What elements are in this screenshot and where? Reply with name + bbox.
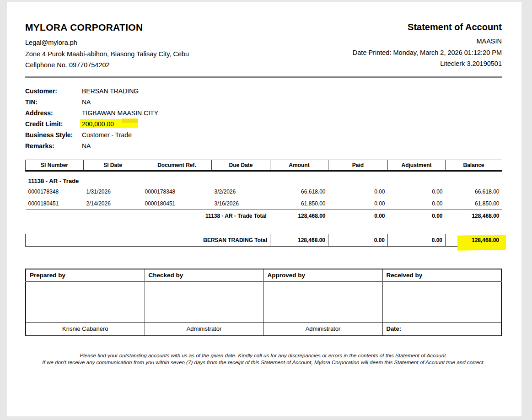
col-header-si-date: SI Date xyxy=(84,160,142,171)
account-group-row: 11138 - AR - Trade xyxy=(26,171,502,186)
document-title: Statement of Account xyxy=(353,22,502,32)
company-email: Legal@mylora.ph xyxy=(25,37,189,48)
software-version: Liteclerk 3.20190501 xyxy=(353,58,502,70)
table-row: 0000180451 2/14/2026 0000180451 3/16/202… xyxy=(26,198,502,210)
group-total-label: 11138 - AR - Trade Total xyxy=(26,210,270,221)
remarks-row: Remarks: NA xyxy=(25,140,502,151)
footer-note: Please find your outstanding accounts wi… xyxy=(25,352,502,366)
date-printed: Date Printed: Monday, March 2, 2026 01:1… xyxy=(353,47,502,59)
statement-page: MYLORA CORPORATION Legal@mylora.ph Zone … xyxy=(7,2,521,416)
company-block: MYLORA CORPORATION Legal@mylora.ph Zone … xyxy=(25,22,189,71)
group-total-paid: 0.00 xyxy=(328,210,388,221)
col-header-paid: Paid xyxy=(328,160,388,171)
cell-balance: 61,850.00 xyxy=(446,198,502,210)
footer-line-1: Please find your outstanding accounts wi… xyxy=(25,352,502,359)
grand-total-row: BERSAN TRADING Total 128,468.00 0.00 0.0… xyxy=(26,234,502,246)
document-header: MYLORA CORPORATION Legal@mylora.ph Zone … xyxy=(25,22,502,71)
statement-table: SI Number SI Date Document Ref. Due Date… xyxy=(25,160,502,221)
customer-label: Customer: xyxy=(25,86,82,97)
statement-table-header-row: SI Number SI Date Document Ref. Due Date… xyxy=(26,160,502,171)
credit-limit-value-wrap: 200,000.00 xyxy=(82,118,114,129)
cell-due-date: 3/2/2026 xyxy=(212,186,270,198)
grand-total-adjustment: 0.00 xyxy=(388,234,446,246)
col-header-si-number: SI Number xyxy=(26,160,84,171)
signature-names-row: Krisnie Cabanero Administrator Administr… xyxy=(26,323,501,336)
checked-by-header: Checked by xyxy=(145,269,263,281)
cell-si-date: 2/14/2026 xyxy=(84,198,142,210)
grand-total-table: BERSAN TRADING Total 128,468.00 0.00 0.0… xyxy=(25,234,502,247)
customer-row: Customer: BERSAN TRADING xyxy=(25,86,502,97)
business-style-label: Business Style: xyxy=(25,129,82,140)
table-row: 0000178348 1/31/2026 0000178348 3/2/2026… xyxy=(26,186,502,198)
checked-by-name: Administrator xyxy=(145,323,263,336)
approved-by-signature-space xyxy=(263,281,382,323)
grand-total-amount: 128,468.00 xyxy=(270,234,328,246)
cell-doc-ref: 0000178348 xyxy=(142,186,212,198)
grand-total-label: BERSAN TRADING Total xyxy=(26,234,270,246)
address-value: TIGBAWAN MAASIN CITY xyxy=(82,108,158,118)
col-header-amount: Amount xyxy=(270,160,328,171)
approved-by-header: Approved by xyxy=(263,269,382,281)
tin-value: NA xyxy=(82,97,91,108)
cell-paid: 0.00 xyxy=(328,198,388,210)
customer-info: Customer: BERSAN TRADING TIN: NA Address… xyxy=(25,86,502,151)
business-style-row: Business Style: Customer - Trade xyxy=(25,129,502,140)
signature-table: Prepared by Checked by Approved by Recei… xyxy=(25,269,502,336)
tin-row: TIN: NA xyxy=(25,97,502,108)
date-label: Date: xyxy=(382,323,501,336)
cell-si-number: 0000180451 xyxy=(26,198,84,210)
prepared-by-header: Prepared by xyxy=(26,269,145,281)
credit-limit-label: Credit Limit: xyxy=(25,118,82,129)
cell-paid: 0.00 xyxy=(328,186,388,198)
branch-name: MAASIN xyxy=(353,36,502,47)
col-header-due-date: Due Date xyxy=(212,160,270,171)
tin-label: TIN: xyxy=(25,97,82,108)
signature-header-row: Prepared by Checked by Approved by Recei… xyxy=(26,269,501,281)
company-name: MYLORA CORPORATION xyxy=(25,22,189,33)
cell-si-date: 1/31/2026 xyxy=(84,186,142,198)
group-total-amount: 128,468.00 xyxy=(270,210,328,221)
cell-doc-ref: 0000180451 xyxy=(142,198,212,210)
remarks-value: NA xyxy=(82,140,91,151)
signature-space-row xyxy=(26,281,501,323)
group-total-balance: 128,468.00 xyxy=(446,210,502,221)
grand-total-balance-cell: 128,468.00 xyxy=(446,234,502,246)
prepared-by-signature-space xyxy=(26,281,145,323)
credit-limit-value: 200,000.00 xyxy=(82,120,114,128)
col-header-adjustment: Adjustment xyxy=(388,160,446,171)
cell-amount: 66,618.00 xyxy=(270,186,328,198)
grand-total-balance: 128,468.00 xyxy=(472,237,499,243)
received-by-signature-space xyxy=(382,281,501,323)
prepared-by-name: Krisnie Cabanero xyxy=(26,323,145,336)
cell-si-number: 0000178348 xyxy=(26,186,84,198)
cell-due-date: 3/16/2026 xyxy=(212,198,270,210)
col-header-document-ref: Document Ref. xyxy=(142,160,212,171)
received-by-header: Received by xyxy=(382,269,501,281)
cell-adjustment: 0.00 xyxy=(388,186,446,198)
cell-amount: 61,850.00 xyxy=(270,198,328,210)
cell-balance: 66,618.00 xyxy=(446,186,502,198)
credit-limit-row: Credit Limit: 200,000.00 xyxy=(25,118,502,129)
company-phone: Cellphone No. 09770754202 xyxy=(25,59,189,71)
checked-by-signature-space xyxy=(145,281,263,323)
header-divider xyxy=(25,76,502,78)
approved-by-name: Administrator xyxy=(263,323,382,336)
address-label: Address: xyxy=(25,108,82,118)
footer-line-2: If we don't receive any communication fr… xyxy=(25,359,502,366)
document-meta-block: Statement of Account MAASIN Date Printed… xyxy=(353,22,502,70)
grand-total-paid: 0.00 xyxy=(328,234,388,246)
group-total-row: 11138 - AR - Trade Total 128,468.00 0.00… xyxy=(26,210,502,221)
business-style-value: Customer - Trade xyxy=(82,129,132,140)
company-address: Zone 4 Purok Maabi-abihon, Biasong Talis… xyxy=(25,48,189,60)
address-row: Address: TIGBAWAN MAASIN CITY xyxy=(25,108,502,118)
cell-adjustment: 0.00 xyxy=(388,198,446,210)
col-header-balance: Balance xyxy=(446,160,502,171)
account-group-label: 11138 - AR - Trade xyxy=(26,171,502,186)
remarks-label: Remarks: xyxy=(25,140,82,151)
customer-value: BERSAN TRADING xyxy=(82,86,139,97)
group-total-adjustment: 0.00 xyxy=(388,210,446,221)
